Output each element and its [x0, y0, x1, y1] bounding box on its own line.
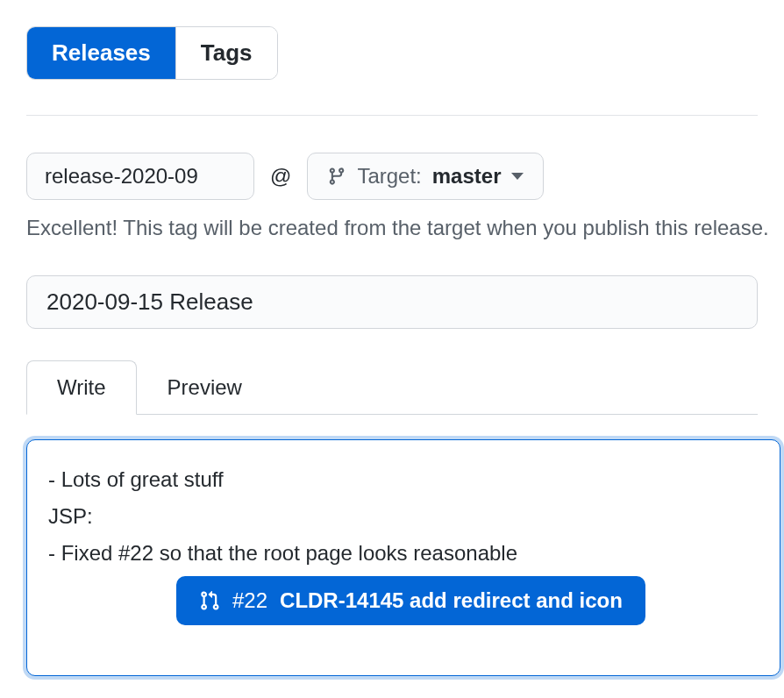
tag-row: @ Target: master: [26, 153, 758, 200]
editor-line: - Fixed #22 so that the root page looks …: [48, 535, 759, 572]
suggestion-issue-title: CLDR-14145 add redirect and icon: [280, 588, 623, 613]
release-title-input[interactable]: [26, 275, 758, 329]
issue-suggestion[interactable]: #22 CLDR-14145 add redirect and icon: [176, 576, 645, 625]
tag-name-input[interactable]: [26, 153, 254, 200]
target-branch-name: master: [432, 164, 502, 189]
tab-releases[interactable]: Releases: [27, 27, 175, 79]
pull-request-icon: [199, 590, 220, 611]
target-branch-button[interactable]: Target: master: [307, 153, 544, 200]
release-description-editor[interactable]: - Lots of great stuff JSP: - Fixed #22 s…: [26, 439, 780, 676]
at-symbol: @: [270, 164, 291, 189]
git-branch-icon: [327, 167, 346, 186]
target-label: Target:: [357, 164, 421, 189]
tab-preview[interactable]: Preview: [137, 360, 273, 415]
editor-tabs: Write Preview: [26, 360, 758, 415]
tab-write[interactable]: Write: [26, 360, 137, 415]
caret-down-icon: [511, 173, 524, 180]
editor-line: JSP:: [48, 498, 759, 535]
suggestion-issue-number: #22: [232, 588, 267, 613]
divider: [26, 115, 758, 116]
nav-tabs: Releases Tags: [26, 26, 278, 80]
tag-helper-text: Excellent! This tag will be created from…: [26, 216, 758, 240]
tab-tags[interactable]: Tags: [175, 27, 277, 79]
editor-line: - Lots of great stuff: [48, 461, 759, 498]
